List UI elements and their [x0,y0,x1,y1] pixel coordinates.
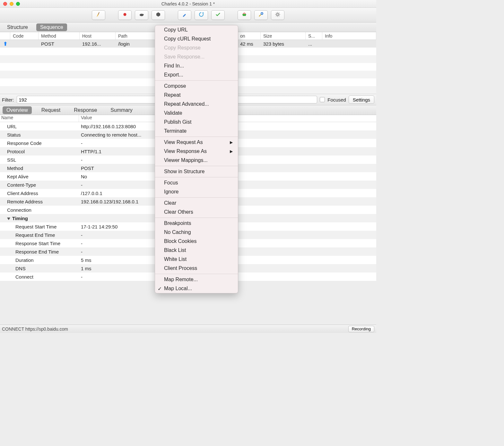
tab-sequence[interactable]: Sequence [36,23,67,31]
tab-structure[interactable]: Structure [3,23,32,31]
tab-summary[interactable]: Summary [107,106,136,114]
svg-marker-6 [202,12,204,13]
ctx-export[interactable]: Export... [155,70,238,79]
tab-overview[interactable]: Overview [3,106,32,114]
ctx-map-local[interactable]: ✓Map Local... [155,284,238,293]
col-code[interactable]: Code [10,32,39,40]
timing-label: Timing [12,216,28,221]
breakpoints-button[interactable] [152,10,165,20]
filter-label: Filter: [2,97,14,103]
ctx-validate[interactable]: Validate [155,109,238,118]
col-arrow[interactable] [0,32,10,40]
ctx-viewer-mappings[interactable]: Viewer Mappings... [155,156,238,165]
context-menu: Copy URL Copy cURL Request Copy Response… [155,25,238,293]
title-bar: Charles 4.0.2 - Session 1 * [0,0,376,8]
filter-settings-button[interactable]: Settings [349,95,374,104]
svg-point-8 [277,13,279,15]
ctx-view-request-as[interactable]: View Request As▶ [155,138,238,147]
col-duration[interactable]: on [238,32,261,40]
settings-button[interactable] [271,10,284,20]
toolbar [0,8,376,22]
ctx-separator [155,177,238,177]
hexagon-icon [155,12,161,19]
turtle-icon [139,12,144,19]
cell-host: 192.16... [80,41,116,47]
col-info[interactable]: Info [322,32,376,40]
svg-point-7 [261,13,263,14]
col-host[interactable]: Host [80,32,116,40]
check-icon: ✓ [158,286,162,292]
focused-label: Focused [327,97,346,103]
status-text: CONNECT https://sp0.baidu.com [2,326,68,332]
cell-s: ... [306,41,322,47]
ctx-ignore[interactable]: Ignore [155,187,238,196]
ctx-copy-curl[interactable]: Copy cURL Request [155,34,238,43]
compose-button[interactable] [178,10,191,20]
submenu-arrow-icon: ▶ [230,149,233,154]
throttle-button[interactable] [135,10,148,20]
ctx-separator [155,218,238,218]
basket-icon [241,12,247,19]
ctx-save-response: Save Response... [155,52,238,61]
window-title: Charles 4.0.2 - Session 1 * [0,1,376,6]
ctx-map-remote[interactable]: Map Remote... [155,275,238,284]
upload-arrow-icon: ⬆ [3,41,7,47]
col-status[interactable]: S... [306,32,322,40]
ctx-copy-url[interactable]: Copy URL [155,25,238,34]
svg-line-13 [276,13,277,13]
focused-checkbox[interactable] [320,97,325,102]
ctx-show-in-structure[interactable]: Show in Structure [155,167,238,176]
svg-rect-5 [183,14,186,17]
ctx-breakpoints[interactable]: Breakpoints [155,219,238,228]
ctx-publish-gist[interactable]: Publish Gist [155,118,238,127]
repeat-button[interactable] [195,10,208,20]
pencil-icon [182,12,187,19]
disclosure-triangle-icon[interactable] [7,218,10,220]
svg-point-1 [124,13,126,16]
tools-button-1[interactable] [238,10,251,20]
svg-rect-0 [98,12,100,14]
ctx-separator [155,80,238,81]
recording-button[interactable]: Recording [348,326,374,332]
ctx-white-list[interactable]: White List [155,255,238,264]
nv-name-col[interactable]: Name [0,115,79,122]
ctx-repeat-advanced[interactable]: Repeat Advanced... [155,100,238,109]
svg-line-16 [279,13,279,13]
svg-marker-4 [156,12,160,17]
svg-point-2 [140,13,143,16]
ctx-terminate[interactable]: Terminate [155,127,238,136]
cell-method: POST [39,41,80,47]
ctx-copy-response: Copy Response [155,43,238,52]
cell-size: 323 bytes [261,41,306,47]
ctx-compose[interactable]: Compose [155,82,238,91]
ctx-focus[interactable]: Focus [155,178,238,187]
broom-icon [96,12,101,19]
refresh-icon [198,12,204,19]
ctx-find-in[interactable]: Find In... [155,61,238,70]
col-method[interactable]: Method [39,32,80,40]
ctx-clear-others[interactable]: Clear Others [155,208,238,217]
ctx-no-caching[interactable]: No Caching [155,228,238,237]
broom-button[interactable] [92,10,105,20]
ctx-separator [155,274,238,274]
status-bar: CONNECT https://sp0.baidu.com Recording [0,325,376,333]
validate-button[interactable] [211,10,225,20]
ctx-repeat[interactable]: Repeat [155,91,238,100]
tools-icon [258,12,264,19]
ctx-separator [155,166,238,166]
ctx-clear[interactable]: Clear [155,199,238,208]
ctx-black-list[interactable]: Black List [155,246,238,255]
svg-line-15 [276,15,277,16]
tab-request[interactable]: Request [38,106,65,114]
ctx-block-cookies[interactable]: Block Cookies [155,237,238,246]
ctx-separator [155,197,238,198]
cell-duration: 42 ms [238,41,261,47]
svg-line-14 [279,15,279,16]
col-size[interactable]: Size [261,32,306,40]
tools-button-2[interactable] [254,10,268,20]
tab-response[interactable]: Response [70,106,101,114]
record-button[interactable] [118,10,132,20]
gear-icon [275,12,281,19]
ctx-client-process[interactable]: Client Process [155,264,238,273]
ctx-view-response-as[interactable]: View Response As▶ [155,147,238,156]
